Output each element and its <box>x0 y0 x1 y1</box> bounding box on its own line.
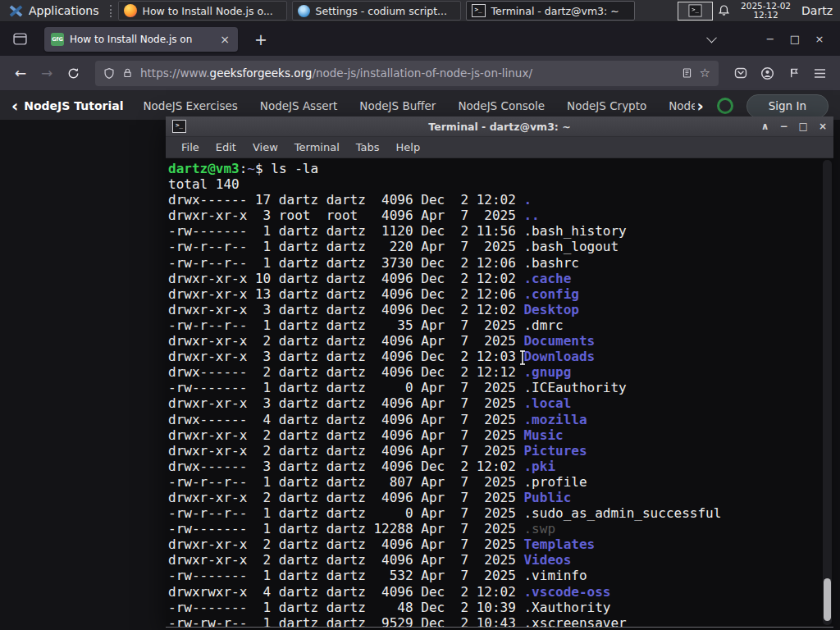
mouse-cursor-ibeam <box>518 350 527 365</box>
directory-name: Videos <box>523 552 571 568</box>
panel-clock[interactable]: 2025-12-02 12:12 <box>741 2 791 20</box>
menu-file[interactable]: File <box>173 141 208 153</box>
prompt-command: ls -la <box>271 161 318 176</box>
subnav-item-tutorial[interactable]: ‹ NodeJS Tutorial <box>11 98 124 114</box>
terminal-line: -rw------- 1 dartz dartz 532 Apr 7 2025 … <box>168 568 822 583</box>
directory-name: .pki <box>523 459 555 474</box>
url-bar[interactable]: https://www.geeksforgeeks.org/node-js/in… <box>95 61 719 86</box>
bookmark-star-icon[interactable]: ☆ <box>700 66 710 80</box>
directory-name: .cache <box>523 271 571 286</box>
subnav-item[interactable]: NodeJS Buffer <box>359 99 436 112</box>
account-icon[interactable] <box>755 61 779 85</box>
taskbar-button-firefox[interactable]: How to Install Node.js o... <box>118 1 287 21</box>
terminal-line: drwxr-xr-x 2 dartz dartz 4096 Apr 7 2025… <box>168 427 822 443</box>
subnav-right-cluster: › Sign In <box>695 94 829 118</box>
file-name: .bashrc <box>523 255 578 271</box>
lock-icon[interactable] <box>122 67 133 79</box>
terminal-titlebar[interactable]: Terminal - dartz@vm3: ~ ∧ − □ × <box>166 116 833 137</box>
directory-name: .config <box>523 286 578 302</box>
taskbar-label: How to Install Node.js o... <box>143 5 273 17</box>
file-name: .viminfo <box>523 568 587 583</box>
terminal-line: drwxr-xr-x 3 dartz dartz 4096 Dec 2 12:0… <box>168 349 822 364</box>
chevron-down-icon <box>706 33 717 43</box>
reader-mode-icon[interactable] <box>682 67 692 79</box>
menu-icon[interactable] <box>807 61 832 85</box>
notification-bell-icon[interactable] <box>718 4 730 17</box>
tracking-shield-icon[interactable] <box>103 67 115 80</box>
browser-close-button[interactable]: × <box>807 33 832 45</box>
directory-name: .. <box>523 208 539 223</box>
menu-edit[interactable]: Edit <box>208 141 244 153</box>
directory-name: .mozilla <box>523 412 587 427</box>
terminal-lines: dartz@vm3:~$ ls -la total 140 drwx------… <box>168 161 822 627</box>
terminal-shade-button[interactable]: ∧ <box>761 121 769 132</box>
terminal-line: -rw------- 1 dartz dartz 0 Apr 7 2025 .I… <box>168 380 822 395</box>
browser-maximize-button[interactable]: □ <box>783 33 807 45</box>
applications-menu-button[interactable]: Applications <box>5 3 103 18</box>
firefox-view-icon[interactable] <box>8 29 31 50</box>
taskbar-button-codium[interactable]: Settings - codium script... <box>292 1 461 21</box>
codium-icon <box>298 5 310 17</box>
terminal-title: Terminal - dartz@vm3: ~ <box>166 121 833 133</box>
terminal-menubar: File Edit View Terminal Tabs Help <box>166 137 833 158</box>
terminal-line: total 140 <box>168 176 822 192</box>
menu-terminal[interactable]: Terminal <box>286 141 348 153</box>
gfg-search-icon[interactable] <box>717 98 733 114</box>
file-name: .xscreensaver <box>523 615 626 627</box>
forward-button[interactable]: → <box>34 61 59 85</box>
distro-logo-icon <box>9 5 23 17</box>
subnav-item[interactable]: NodeJS Crypto <box>567 99 646 112</box>
reload-button[interactable] <box>61 61 85 85</box>
extensions-icon[interactable] <box>781 61 806 85</box>
scrollbar-thumb[interactable] <box>824 578 831 621</box>
directory-name: .local <box>523 395 571 411</box>
prompt-user-host: dartz@vm3 <box>168 161 240 176</box>
desktop-top-panel: Applications How to Install Node.js o...… <box>0 0 840 22</box>
terminal-scrollbar[interactable] <box>823 160 832 625</box>
file-name: .profile <box>523 474 587 490</box>
directory-name: .vscode-oss <box>523 584 610 600</box>
workspace-switcher[interactable] <box>678 2 713 21</box>
terminal-line: -rw-rw-r-- 1 dartz dartz 9529 Dec 2 10:4… <box>168 615 822 627</box>
terminal-maximize-button[interactable]: □ <box>799 121 808 132</box>
terminal-output-area[interactable]: dartz@vm3:~$ ls -la total 140 drwx------… <box>166 158 833 627</box>
subnav-item[interactable]: NodeJS Assert <box>260 99 338 112</box>
menu-view[interactable]: View <box>244 141 286 153</box>
terminal-line: drwxr-xr-x 2 dartz dartz 4096 Apr 7 2025… <box>168 443 822 459</box>
terminal-minimize-button[interactable]: − <box>780 121 788 132</box>
file-name: .sudo_as_admin_successful <box>523 505 721 521</box>
terminal-window-controls: ∧ − □ × <box>761 116 827 136</box>
subnav-item[interactable]: NodeJS Console <box>458 99 545 112</box>
chevron-right-icon[interactable]: › <box>696 98 703 114</box>
terminal-line: -rw-r--r-- 1 dartz dartz 35 Apr 7 2025 .… <box>168 317 822 333</box>
back-button[interactable]: ← <box>8 61 33 85</box>
terminal-line: -rw------- 1 dartz dartz 48 Dec 2 10:39 … <box>168 600 822 615</box>
menu-tabs[interactable]: Tabs <box>348 141 388 153</box>
browser-tab-bar: GfG How to Install Node.js on × + − □ × <box>0 22 840 56</box>
taskbar-button-terminal[interactable]: Terminal - dartz@vm3: ~ <box>466 1 635 21</box>
terminal-line: drwx------ 4 dartz dartz 4096 Apr 7 2025… <box>168 412 822 427</box>
subnav-item[interactable]: NodeJS DNS <box>669 99 695 112</box>
browser-minimize-button[interactable]: − <box>758 33 783 45</box>
browser-tab-active[interactable]: GfG How to Install Node.js on × <box>44 27 238 52</box>
list-all-tabs-button[interactable] <box>701 29 722 50</box>
terminal-line: drwxr-xr-x 3 dartz dartz 4096 Apr 7 2025… <box>168 395 822 411</box>
file-name: .dmrc <box>523 317 563 333</box>
new-tab-button[interactable]: + <box>249 30 272 48</box>
directory-name: . <box>523 192 532 208</box>
terminal-line: drwxrwxr-x 4 dartz dartz 4096 Dec 2 12:0… <box>168 584 822 600</box>
terminal-line: -rw------- 1 dartz dartz 12288 Apr 7 202… <box>168 521 822 536</box>
tab-close-icon[interactable]: × <box>218 33 231 46</box>
terminal-line: drwxr-xr-x 3 dartz dartz 4096 Dec 2 12:0… <box>168 302 822 317</box>
menu-help[interactable]: Help <box>388 141 429 153</box>
file-name: .Xauthority <box>523 600 610 615</box>
terminal-line: drwxr-xr-x 3 root root 4096 Apr 7 2025 .… <box>168 208 822 223</box>
prompt-separator: : <box>240 161 248 176</box>
subnav-item[interactable]: NodeJS Exercises <box>144 99 238 112</box>
terminal-close-button[interactable]: × <box>819 121 827 132</box>
subnav-active-label: NodeJS Tutorial <box>24 99 123 112</box>
prompt-dollar: $ <box>255 161 271 176</box>
browser-toolbar: ← → https://www.geeksforgeeks.org/node-j… <box>0 56 840 91</box>
pocket-icon[interactable] <box>728 61 753 85</box>
sign-in-button[interactable]: Sign In <box>746 94 829 118</box>
